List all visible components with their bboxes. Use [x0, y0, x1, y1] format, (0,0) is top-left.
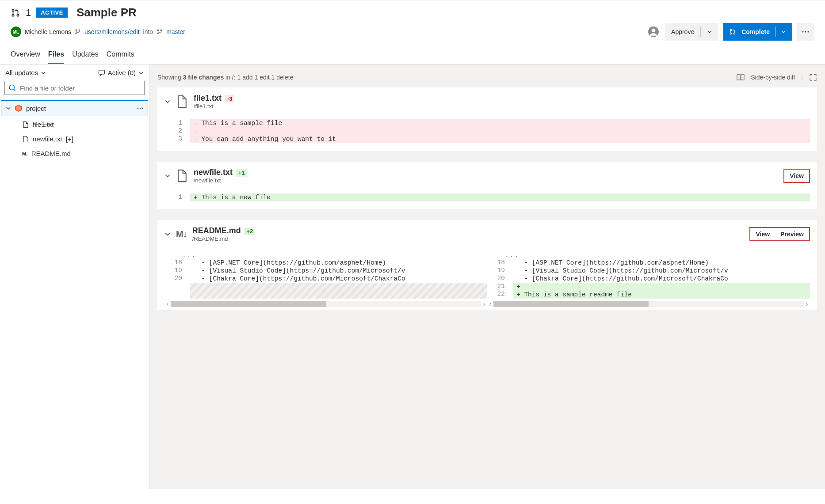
- svg-point-0: [12, 9, 14, 11]
- chevron-down-icon[interactable]: [164, 173, 171, 179]
- source-branch[interactable]: users/milemons/edit: [84, 28, 140, 35]
- svg-point-13: [734, 33, 735, 34]
- file-icon: [22, 121, 29, 128]
- pr-subheader: ML Michelle Lemons users/milemons/edit i…: [0, 23, 825, 46]
- pull-request-icon: [11, 8, 20, 18]
- file-icon: [176, 169, 188, 183]
- tree-file[interactable]: file1.txt: [0, 117, 149, 132]
- svg-point-11: [730, 29, 732, 30]
- more-icon[interactable]: [137, 107, 143, 109]
- chevron-down-icon[interactable]: [707, 29, 712, 34]
- svg-rect-22: [737, 75, 740, 80]
- svg-point-4: [76, 33, 77, 34]
- author-name: Michelle Lemons: [25, 28, 71, 35]
- into-label: into: [143, 28, 153, 35]
- file-card: M↓ README.md +2 /README.md View Preview …: [157, 220, 817, 310]
- branch-icon: [157, 29, 163, 35]
- status-badge: ACTIVE: [36, 8, 68, 18]
- repo-icon: [15, 104, 23, 112]
- target-branch[interactable]: master: [166, 28, 185, 35]
- tab-bar: Overview Files Updates Commits: [0, 46, 825, 64]
- file-tree-sidebar: All updates Active (0) project: [0, 64, 149, 489]
- more-button[interactable]: [797, 23, 814, 41]
- svg-point-14: [802, 31, 804, 33]
- avatar[interactable]: ML: [11, 27, 21, 37]
- chevron-down-icon[interactable]: [164, 231, 171, 237]
- view-button[interactable]: View: [750, 228, 775, 240]
- tab-files[interactable]: Files: [48, 46, 64, 64]
- updates-filter[interactable]: All updates: [5, 69, 46, 76]
- merge-icon: [729, 28, 736, 35]
- scroll-left-icon[interactable]: ‹: [164, 300, 171, 307]
- chevron-down-icon: [41, 70, 46, 76]
- scrollbar[interactable]: [171, 301, 481, 307]
- tab-commits[interactable]: Commits: [107, 46, 134, 64]
- search-icon: [8, 84, 16, 92]
- markdown-icon: M↓: [176, 229, 187, 239]
- svg-point-1: [12, 14, 14, 16]
- scroll-left-icon[interactable]: ‹: [487, 300, 493, 307]
- diff-content: Showing 3 file changes in /: 1 add 1 edi…: [149, 64, 825, 489]
- chevron-down-icon[interactable]: [164, 99, 171, 105]
- svg-point-6: [157, 30, 159, 31]
- file-actions: View: [783, 169, 810, 183]
- chevron-down-icon: [6, 106, 11, 111]
- file-card: file1.txt -3 /file1.txt 1- This is a sam…: [157, 87, 817, 151]
- file-actions: View Preview: [749, 227, 810, 241]
- preview-button[interactable]: Preview: [775, 228, 809, 240]
- chevron-down-icon[interactable]: [781, 29, 786, 34]
- svg-point-2: [17, 14, 19, 16]
- tree-file[interactable]: M↓ README.md: [0, 146, 149, 161]
- pr-header: 1 ACTIVE Sample PR: [0, 0, 825, 23]
- scroll-right-icon[interactable]: ›: [804, 300, 810, 307]
- pr-title: Sample PR: [76, 6, 137, 19]
- comments-filter[interactable]: Active (0): [98, 69, 144, 76]
- svg-rect-23: [741, 75, 744, 80]
- search-input[interactable]: [4, 81, 145, 95]
- pr-number: 1: [26, 7, 31, 19]
- approve-button[interactable]: Approve: [665, 23, 718, 41]
- svg-point-5: [79, 30, 80, 31]
- scroll-right-icon[interactable]: ›: [481, 300, 487, 307]
- svg-point-16: [808, 31, 809, 33]
- file-card: newfile.txt +1 /newfile.txt View 1+ This…: [157, 162, 817, 209]
- markdown-icon: M↓: [22, 151, 28, 156]
- tree-root[interactable]: project: [1, 100, 148, 116]
- file-icon: [176, 95, 188, 109]
- chevron-down-icon: [138, 70, 144, 76]
- svg-point-19: [137, 108, 138, 109]
- svg-point-10: [652, 28, 656, 32]
- svg-rect-17: [99, 70, 104, 74]
- tree-file[interactable]: newfile.txt [+]: [0, 132, 149, 146]
- branch-icon: [75, 29, 81, 35]
- svg-point-21: [142, 108, 143, 109]
- tab-overview[interactable]: Overview: [11, 46, 40, 64]
- scrollbar[interactable]: [493, 301, 804, 307]
- svg-point-7: [157, 33, 159, 34]
- tab-updates[interactable]: Updates: [72, 46, 99, 64]
- svg-point-8: [160, 30, 162, 31]
- file-icon: [22, 136, 29, 143]
- file-summary: Showing 3 file changes in /: 1 add 1 edi…: [157, 74, 293, 81]
- svg-point-20: [140, 108, 141, 109]
- layout-icon[interactable]: [737, 74, 745, 80]
- view-button[interactable]: View: [784, 170, 809, 182]
- complete-button[interactable]: Complete: [723, 23, 792, 41]
- diff-mode-label[interactable]: Side-by-side diff: [751, 74, 795, 81]
- svg-point-15: [805, 31, 806, 33]
- fullscreen-icon[interactable]: [809, 73, 817, 81]
- svg-point-3: [76, 30, 77, 31]
- svg-point-12: [730, 33, 732, 34]
- person-icon[interactable]: [646, 25, 661, 39]
- comment-icon: [98, 69, 105, 76]
- svg-point-18: [9, 85, 14, 90]
